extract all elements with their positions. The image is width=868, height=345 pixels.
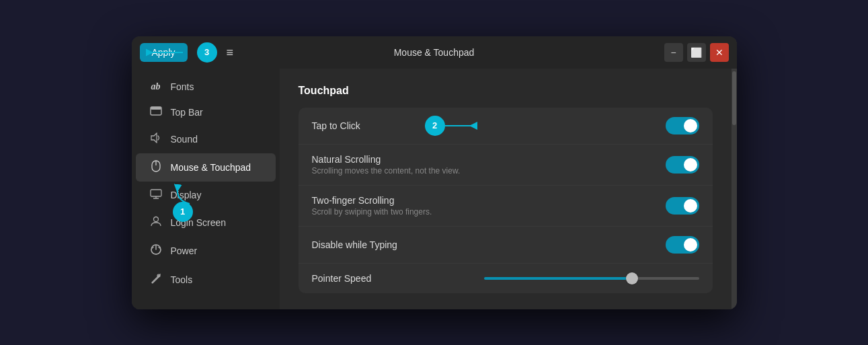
toggle-natural-scrolling[interactable] [666, 156, 699, 174]
sidebar-item-display[interactable]: Display [136, 182, 276, 208]
minimize-button[interactable]: − [664, 43, 683, 62]
arrow-1 [169, 180, 196, 207]
svg-marker-4 [151, 133, 157, 143]
svg-rect-3 [151, 107, 161, 110]
sidebar-item-fonts[interactable]: ab Fonts [136, 75, 276, 99]
hamburger-menu[interactable]: ≡ [223, 44, 238, 61]
sidebar-item-topbar[interactable]: Top Bar [136, 100, 276, 125]
tools-icon [149, 272, 163, 287]
sidebar-label-tools: Tools [171, 274, 193, 285]
setting-label-disable-while-typing: Disable while Typing [312, 239, 397, 250]
sidebar-label-topbar: Top Bar [171, 107, 203, 118]
window-controls: − ⬜ ✕ [664, 43, 729, 62]
section-title: Touchpad [299, 85, 713, 97]
setting-row-disable-while-typing: Disable while Typing [299, 227, 713, 264]
content-area: ab Fonts Top Bar [132, 69, 737, 309]
setting-row-tap-to-click: Tap to Click 2 [299, 108, 713, 145]
scrollbar[interactable] [732, 69, 737, 309]
svg-rect-8 [151, 190, 161, 196]
fonts-icon: ab [149, 81, 163, 92]
settings-card: Tap to Click 2 [299, 108, 713, 293]
toggle-two-finger-scrolling[interactable] [666, 197, 699, 215]
sidebar-label-power: Power [171, 245, 198, 256]
arrow-3 [146, 46, 186, 59]
sidebar-item-sound[interactable]: Sound [136, 126, 276, 153]
setting-label-tap-to-click: Tap to Click [312, 120, 360, 131]
sidebar-label-mouse: Mouse & Touchpad [171, 162, 251, 173]
mouse-icon [149, 160, 163, 175]
login-icon [149, 216, 163, 229]
display-icon [149, 189, 163, 202]
maximize-button[interactable]: ⬜ [687, 43, 706, 62]
sidebar: ab Fonts Top Bar [132, 69, 280, 309]
app-window: Apply 3 ≡ Mouse & Touchpad [132, 36, 737, 309]
arrow-2 [425, 119, 479, 132]
close-button[interactable]: ✕ [710, 43, 729, 62]
setting-row-natural-scrolling: Natural Scrolling Scrolling moves the co… [299, 145, 713, 186]
annotation-3: 3 [197, 42, 217, 63]
annotation-area-2: 2 [425, 119, 479, 132]
main-content: Touchpad Tap to Click 2 [280, 69, 732, 309]
sidebar-label-sound: Sound [171, 134, 198, 145]
toggle-tap-to-click[interactable] [666, 117, 699, 135]
sidebar-item-login-screen[interactable]: Login Screen [136, 209, 276, 236]
sidebar-item-tools[interactable]: Tools [136, 266, 276, 294]
power-icon [149, 243, 163, 258]
sidebar-item-power[interactable]: Power [136, 237, 276, 265]
slider-container-pointer-speed [484, 277, 699, 280]
titlebar-left: Apply 3 ≡ [140, 42, 238, 63]
window-title: Mouse & Touchpad [394, 47, 475, 58]
toggle-disable-while-typing[interactable] [666, 236, 699, 254]
sidebar-item-mouse-touchpad[interactable]: Mouse & Touchpad 1 [136, 153, 276, 182]
setting-row-two-finger-scrolling: Two-finger Scrolling Scroll by swiping w… [299, 186, 713, 227]
pointer-speed-slider[interactable] [484, 277, 699, 280]
topbar-icon [149, 106, 163, 118]
sound-icon [149, 132, 163, 146]
svg-point-11 [153, 217, 158, 221]
scrollbar-thumb [732, 71, 736, 125]
setting-label-two-finger-scrolling: Two-finger Scrolling Scroll by swiping w… [312, 195, 432, 217]
sidebar-label-fonts: Fonts [171, 81, 194, 92]
titlebar: Apply 3 ≡ Mouse & Touchpad [132, 36, 737, 69]
setting-label-natural-scrolling: Natural Scrolling Scrolling moves the co… [312, 154, 461, 176]
setting-row-pointer-speed: Pointer Speed [299, 264, 713, 293]
